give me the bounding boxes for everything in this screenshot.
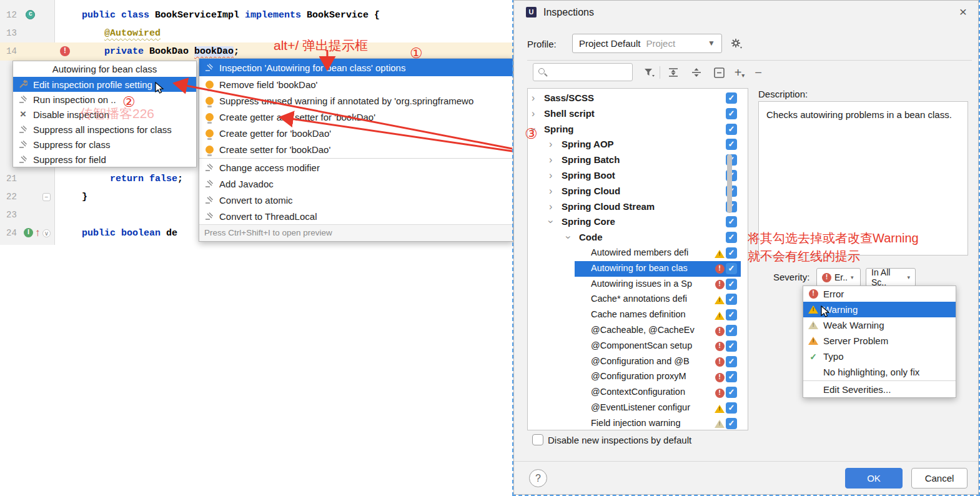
tree-row[interactable]: ›Spring Core✓ <box>528 214 748 230</box>
inspection-checkbox[interactable]: ✓ <box>726 402 737 414</box>
inspection-checkbox[interactable]: ✓ <box>726 247 737 259</box>
tree-row[interactable]: ›Spring Cloud Stream✓ <box>528 199 748 215</box>
implements-icon[interactable] <box>24 228 33 237</box>
intention-item[interactable]: Create setter for 'bookDao' <box>199 141 513 157</box>
severity-menu: ErrorWarningWeak WarningServer Problem✓T… <box>803 285 956 398</box>
inspection-checkbox[interactable]: ✓ <box>726 340 737 352</box>
inspection-checkbox[interactable]: ✓ <box>726 279 737 290</box>
intention-item[interactable]: Convert to ThreadLocal <box>199 208 513 224</box>
inspection-checkbox[interactable]: ✓ <box>726 387 737 398</box>
search-input[interactable] <box>551 66 629 76</box>
gear-icon[interactable] <box>729 36 745 51</box>
inspection-checkbox[interactable]: ✓ <box>726 139 737 150</box>
intention-item[interactable]: Remove field 'bookDao' <box>199 76 513 92</box>
add-icon[interactable]: +▾ <box>733 66 746 79</box>
filter-icon[interactable] <box>642 66 656 79</box>
ok-button[interactable]: OK <box>845 468 903 489</box>
tree-row[interactable]: ›Spring AOP✓ <box>528 137 748 152</box>
intention-item[interactable]: Convert to atomic <box>199 192 513 208</box>
chevron-right-icon[interactable]: › <box>549 169 552 182</box>
inspection-checkbox[interactable]: ✓ <box>726 108 737 119</box>
expand-all-icon[interactable] <box>666 66 680 79</box>
severity-option[interactable]: Edit Severities... <box>803 382 956 397</box>
suppress-icon <box>204 195 214 205</box>
tree-row[interactable]: @Cacheable, @CacheEv✓ <box>528 323 748 339</box>
inspection-checkbox[interactable]: ✓ <box>726 418 737 429</box>
tree-row[interactable]: ›Sass/SCSS✓ <box>528 91 748 106</box>
chevron-right-icon[interactable]: › <box>549 185 552 197</box>
context-menu-item[interactable]: Suppress all inspections for class <box>13 122 196 137</box>
tree-row[interactable]: @ComponentScan setup✓ <box>528 339 748 354</box>
cancel-button[interactable]: Cancel <box>911 468 968 489</box>
tree-row[interactable]: ›Spring Batch✓ <box>528 152 748 168</box>
chevron-down-icon[interactable]: › <box>545 221 557 224</box>
inspection-checkbox[interactable]: ✓ <box>726 232 737 243</box>
inspection-checkbox[interactable]: ✓ <box>726 216 737 227</box>
inspection-checkbox[interactable]: ✓ <box>726 92 737 104</box>
inspection-checkbox[interactable]: ✓ <box>726 325 737 336</box>
code-line: public class BookServiceImpl implements … <box>82 6 380 24</box>
error-icon <box>715 280 725 290</box>
tree-row[interactable]: Cache* annotations defi✓ <box>528 292 748 307</box>
disable-checkbox[interactable] <box>532 434 543 445</box>
bean-icon[interactable] <box>26 10 35 19</box>
tree-row[interactable]: ›Spring✓ <box>528 122 748 137</box>
tree-row[interactable]: Autowiring for bean clas✓ <box>528 261 748 277</box>
severity-option[interactable]: Server Problem <box>803 333 956 349</box>
error-icon <box>715 388 725 398</box>
intention-item[interactable]: Inspection 'Autowiring for bean class' o… <box>199 59 513 76</box>
intention-item-label: Convert to atomic <box>219 195 293 206</box>
tree-row[interactable]: Autowired members defi✓ <box>528 246 748 261</box>
remove-icon[interactable]: − <box>751 66 765 79</box>
chevron-down-icon[interactable]: › <box>562 236 575 239</box>
severity-option[interactable]: No highlighting, only fix <box>803 364 956 380</box>
tree-row[interactable]: ›Spring Boot✓ <box>528 168 748 184</box>
inspection-checkbox[interactable]: ✓ <box>726 124 737 135</box>
severity-option[interactable]: Error <box>803 286 956 302</box>
chevron-right-icon[interactable]: › <box>549 138 552 151</box>
intention-item[interactable]: Create getter and setter for 'bookDao' <box>199 109 513 125</box>
context-menu-item[interactable]: Edit inspection profile setting <box>13 77 196 92</box>
tree-row[interactable]: @Configuration proxyM✓ <box>528 369 748 385</box>
scope-dropdown-button[interactable]: In All Sc..▾ <box>866 268 916 287</box>
intention-item[interactable]: Suppress unused warning if annotated by … <box>199 92 513 109</box>
profile-value: Project Default <box>579 38 640 49</box>
tree-row[interactable]: @ContextConfiguration✓ <box>528 385 748 400</box>
inspection-checkbox[interactable]: ✓ <box>726 371 737 382</box>
tree-row[interactable]: Autowiring issues in a Sp✓ <box>528 277 748 292</box>
context-menu-item[interactable]: Suppress for class <box>13 137 196 152</box>
tree-row[interactable]: ›Shell script✓ <box>528 106 748 122</box>
inspection-checkbox[interactable]: ✓ <box>726 309 737 320</box>
intention-item[interactable]: Add Javadoc <box>199 176 513 192</box>
close-icon[interactable]: × <box>959 4 967 19</box>
intention-item[interactable]: Create getter for 'bookDao' <box>199 125 513 141</box>
navigate-up-icon[interactable]: ↑ <box>35 227 41 238</box>
context-menu-item[interactable]: Suppress for field <box>13 152 196 167</box>
collapse-all-icon[interactable] <box>690 66 703 79</box>
tree-row[interactable]: Cache names definition✓ <box>528 307 748 323</box>
fold-icon[interactable]: ∨ <box>42 229 51 237</box>
chevron-right-icon[interactable]: › <box>549 201 552 213</box>
severity-option[interactable]: ✓Typo <box>803 349 956 364</box>
tree-row[interactable]: Field injection warning✓ <box>528 416 748 430</box>
help-button[interactable]: ? <box>529 469 547 487</box>
search-field[interactable] <box>533 63 633 81</box>
inspection-checkbox[interactable]: ✓ <box>726 294 737 305</box>
tree-row[interactable]: @Configuration and @B✓ <box>528 354 748 370</box>
reset-icon[interactable] <box>712 66 726 79</box>
chevron-right-icon[interactable]: › <box>549 154 552 166</box>
chevron-right-icon[interactable]: › <box>532 92 535 104</box>
error-bulb-icon[interactable] <box>60 46 70 56</box>
fold-icon[interactable]: − <box>42 193 51 201</box>
inspection-checkbox[interactable]: ✓ <box>726 263 737 274</box>
tree-row[interactable]: ›Spring Cloud✓ <box>528 184 748 199</box>
intention-item[interactable]: Change access modifier <box>199 159 513 176</box>
chevron-right-icon[interactable]: › <box>532 107 535 120</box>
tree-row[interactable]: @EventListener configur✓ <box>528 400 748 416</box>
tree-scrollbar[interactable] <box>727 154 732 213</box>
inspection-checkbox[interactable]: ✓ <box>726 356 737 367</box>
severity-dropdown-button[interactable]: Er..▾ <box>816 268 861 287</box>
tree-row[interactable]: ›Code✓ <box>528 230 748 246</box>
profile-select[interactable]: Project DefaultProject ▼ <box>572 34 722 53</box>
weak-warning-icon <box>808 320 818 330</box>
